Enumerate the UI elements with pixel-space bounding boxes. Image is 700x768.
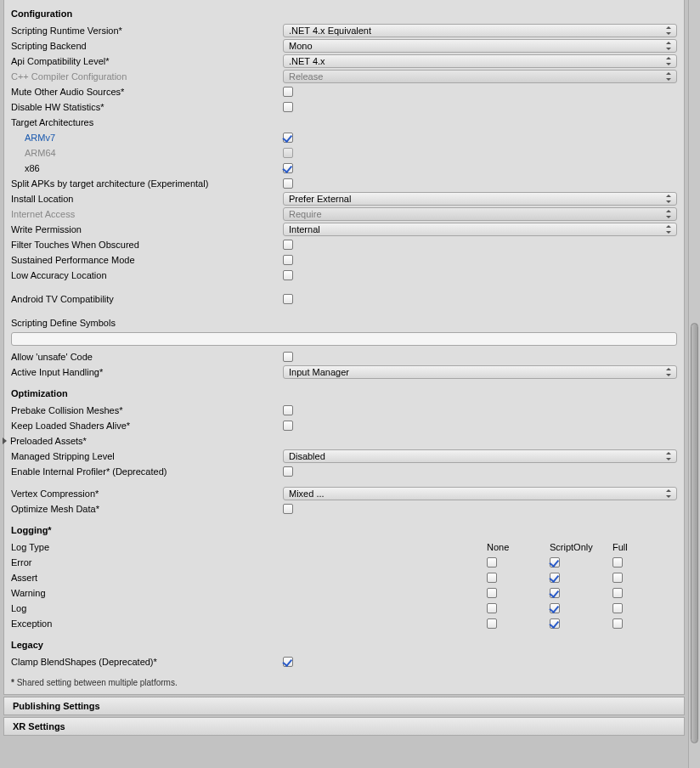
allow-unsafe-checkbox[interactable]	[283, 352, 293, 362]
optimize-mesh-label: Optimize Mesh Data*	[11, 501, 283, 517]
vertex-compression-dropdown[interactable]: Mixed ...	[283, 487, 677, 500]
log-warning-none[interactable]	[487, 588, 497, 598]
inspector-main-panel: Configuration Scripting Runtime Version*…	[3, 0, 685, 695]
preloaded-assets-foldout[interactable]: Preloaded Assets*	[11, 433, 677, 449]
log-full-header: Full	[612, 539, 675, 555]
android-tv-checkbox[interactable]	[283, 294, 293, 304]
install-location-dropdown[interactable]: Prefer External	[283, 192, 677, 206]
prebake-checkbox[interactable]	[283, 405, 293, 415]
log-exception-full[interactable]	[612, 618, 623, 629]
log-assert-label: Assert	[11, 570, 487, 585]
write-permission-label: Write Permission	[11, 222, 283, 237]
log-warning-full[interactable]	[612, 588, 623, 598]
x86-checkbox[interactable]	[283, 163, 293, 173]
log-exception-label: Exception	[11, 616, 487, 631]
x86-label: x86	[11, 161, 283, 176]
arm64-checkbox	[283, 148, 293, 158]
mute-audio-label: Mute Other Audio Sources*	[11, 84, 283, 99]
split-apks-checkbox[interactable]	[283, 178, 293, 189]
log-log-scriptonly[interactable]	[550, 603, 560, 613]
install-location-label: Install Location	[11, 191, 283, 206]
xr-settings-foldout[interactable]: XR Settings	[3, 717, 685, 736]
internal-profiler-checkbox[interactable]	[283, 466, 293, 477]
arm64-label: ARM64	[11, 145, 283, 161]
disable-hw-checkbox[interactable]	[283, 102, 293, 112]
log-type-header: Log Type	[11, 539, 487, 555]
log-scriptonly-header: ScriptOnly	[550, 539, 612, 555]
log-assert-none[interactable]	[487, 573, 497, 583]
vertex-compression-label: Vertex Compression*	[11, 486, 283, 501]
split-apks-label: Split APKs by target architecture (Exper…	[11, 176, 283, 191]
sustained-perf-label: Sustained Performance Mode	[11, 252, 283, 268]
publishing-settings-foldout[interactable]: Publishing Settings	[3, 697, 685, 715]
internet-access-dropdown: Require	[283, 207, 677, 221]
cpp-config-dropdown: Release	[283, 70, 677, 83]
log-exception-none[interactable]	[487, 618, 497, 629]
api-compat-label: Api Compatibility Level*	[11, 54, 283, 69]
mute-audio-checkbox[interactable]	[283, 87, 293, 97]
stripping-label: Managed Stripping Level	[11, 449, 283, 464]
target-arch-label: Target Architectures	[11, 115, 283, 130]
active-input-label: Active Input Handling*	[11, 364, 283, 380]
log-error-label: Error	[11, 555, 487, 570]
legacy-title: Legacy	[11, 640, 677, 650]
log-error-scriptonly[interactable]	[550, 557, 560, 568]
scripting-runtime-dropdown[interactable]: .NET 4.x Equivalent	[283, 24, 677, 37]
prebake-label: Prebake Collision Meshes*	[11, 403, 283, 418]
filter-touches-label: Filter Touches When Obscured	[11, 237, 283, 252]
log-error-none[interactable]	[487, 557, 497, 568]
keep-shaders-checkbox[interactable]	[283, 421, 293, 431]
sustained-perf-checkbox[interactable]	[283, 255, 293, 265]
filter-touches-checkbox[interactable]	[283, 240, 293, 250]
shared-setting-footnote: * Shared setting between multiple platfo…	[11, 678, 677, 687]
write-permission-dropdown[interactable]: Internal	[283, 223, 677, 236]
disable-hw-label: Disable HW Statistics*	[11, 99, 283, 115]
configuration-title: Configuration	[11, 8, 677, 19]
keep-shaders-label: Keep Loaded Shaders Alive*	[11, 418, 283, 433]
android-tv-label: Android TV Compatibility	[11, 291, 283, 307]
logging-title: Logging*	[11, 525, 677, 535]
armv7-checkbox[interactable]	[283, 133, 293, 143]
scripting-runtime-label: Scripting Runtime Version*	[11, 23, 283, 38]
log-assert-full[interactable]	[612, 573, 623, 583]
allow-unsafe-label: Allow 'unsafe' Code	[11, 349, 283, 364]
clamp-blendshapes-label: Clamp BlendShapes (Deprecated)*	[11, 654, 283, 669]
chevron-right-icon	[3, 438, 7, 444]
cpp-config-label: C++ Compiler Configuration	[11, 69, 283, 84]
clamp-blendshapes-checkbox[interactable]	[283, 657, 293, 667]
low-accuracy-checkbox[interactable]	[283, 270, 293, 280]
scrollbar-track[interactable]	[688, 0, 700, 768]
log-warning-scriptonly[interactable]	[550, 588, 560, 598]
optimize-mesh-checkbox[interactable]	[283, 504, 293, 514]
log-exception-scriptonly[interactable]	[550, 618, 560, 629]
log-warning-label: Warning	[11, 585, 487, 601]
log-log-label: Log	[11, 601, 487, 616]
scripting-backend-label: Scripting Backend	[11, 38, 283, 54]
low-accuracy-label: Low Accuracy Location	[11, 268, 283, 283]
armv7-label: ARMv7	[11, 130, 283, 145]
log-log-full[interactable]	[612, 603, 623, 613]
log-log-none[interactable]	[487, 603, 497, 613]
api-compat-dropdown[interactable]: .NET 4.x	[283, 54, 677, 68]
log-assert-scriptonly[interactable]	[550, 573, 560, 583]
scripting-backend-dropdown[interactable]: Mono	[283, 39, 677, 53]
scrollbar-thumb[interactable]	[691, 323, 698, 743]
scripting-define-input[interactable]	[11, 332, 677, 346]
optimization-title: Optimization	[11, 388, 677, 398]
log-none-header: None	[487, 539, 550, 555]
internet-access-label: Internet Access	[11, 206, 283, 222]
stripping-dropdown[interactable]: Disabled	[283, 449, 677, 463]
scripting-define-label: Scripting Define Symbols	[11, 315, 283, 330]
log-error-full[interactable]	[612, 557, 623, 568]
active-input-dropdown[interactable]: Input Manager	[283, 365, 677, 379]
internal-profiler-label: Enable Internal Profiler* (Deprecated)	[11, 464, 283, 479]
